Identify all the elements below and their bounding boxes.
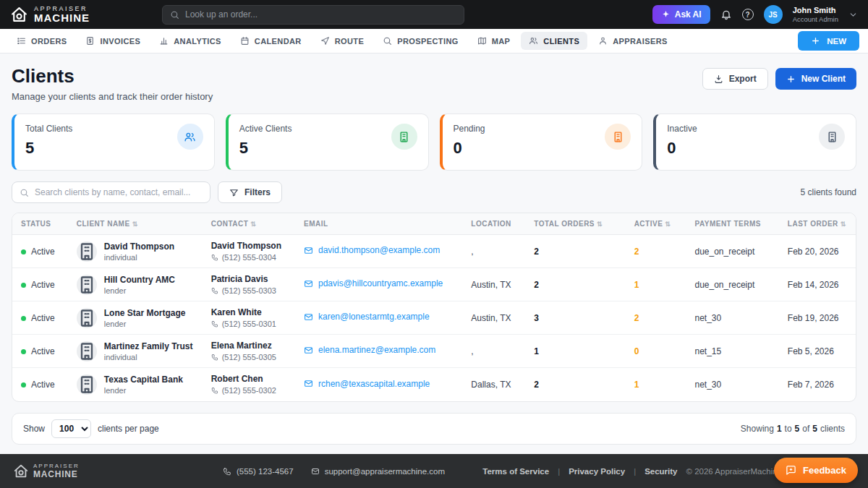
app-logo[interactable]: APPRAISER MACHINE	[10, 6, 162, 24]
column-header-contact[interactable]: Contact⇅	[203, 213, 295, 235]
sort-icon: ⇅	[665, 221, 671, 228]
column-header-email: Email	[295, 213, 462, 235]
total-orders-cell: 2	[525, 368, 625, 401]
sparkle-icon	[661, 10, 671, 20]
envelope-icon	[304, 246, 313, 255]
phone-icon	[211, 320, 218, 328]
table-row[interactable]: ActiveHill Country AMClenderPatricia Dav…	[12, 268, 856, 301]
nav-item-appraisers[interactable]: APPRAISERS	[590, 32, 676, 50]
message-icon	[786, 465, 796, 476]
nav-item-label: CLIENTS	[543, 37, 579, 46]
email-link[interactable]: rchen@texascapital.example	[304, 379, 430, 389]
column-header-client-name[interactable]: Client Name⇅	[68, 213, 203, 235]
client-cell: Texas Capital Banklender	[68, 368, 203, 401]
phone-icon	[223, 467, 231, 476]
main-nav: ORDERSINVOICESANALYTICSCALENDARROUTEPROS…	[0, 29, 868, 53]
email-link[interactable]: karen@lonestarmtg.example	[304, 312, 430, 322]
stat-card-active-clients[interactable]: Active Clients5	[226, 114, 429, 171]
total-orders-cell: 2	[525, 268, 625, 301]
column-header-location: Location	[462, 213, 525, 235]
nav-item-clients[interactable]: CLIENTS	[521, 32, 587, 50]
footer-link-privacy-policy[interactable]: Privacy Policy	[569, 467, 625, 476]
status-cell: Active	[12, 268, 68, 301]
stat-card-total-clients[interactable]: Total Clients5	[12, 114, 215, 171]
user-menu[interactable]: John Smith Account Admin	[793, 6, 838, 24]
search-icon	[170, 10, 179, 20]
ask-ai-label: Ask AI	[675, 9, 702, 20]
contact-phone: (512) 555-0302	[211, 386, 286, 395]
footer-link-security[interactable]: Security	[644, 467, 677, 476]
table-body: ActiveDavid ThompsonindividualDavid Thom…	[12, 235, 856, 401]
email-link[interactable]: pdavis@hillcountryamc.example	[304, 278, 443, 288]
client-type: individual	[104, 253, 174, 262]
notifications-button[interactable]	[720, 9, 732, 20]
active-orders-cell: 2	[626, 235, 686, 268]
column-header-payment-terms: Payment Terms	[686, 213, 779, 235]
nav-item-label: INVOICES	[100, 37, 140, 46]
nav-item-prospecting[interactable]: PROSPECTING	[375, 32, 466, 50]
route-icon	[320, 36, 330, 46]
table-row[interactable]: ActiveMartinez Family TrustindividualEle…	[12, 335, 856, 368]
sort-icon: ⇅	[132, 221, 138, 228]
client-search-input[interactable]	[35, 187, 203, 197]
sort-icon: ⇅	[597, 221, 603, 228]
per-page-select[interactable]: 100	[51, 419, 91, 438]
avatar[interactable]: JS	[764, 5, 783, 24]
column-header-status: Status	[12, 213, 68, 235]
client-cell: David Thompsonindividual	[68, 235, 203, 268]
export-button[interactable]: Export	[702, 68, 768, 90]
column-header-last-order[interactable]: Last Order⇅	[779, 213, 856, 235]
active-orders-cell: 0	[626, 335, 686, 368]
download-icon	[714, 74, 723, 84]
status-dot	[21, 316, 26, 321]
email-link[interactable]: elena.martinez@example.com	[304, 345, 435, 355]
new-button[interactable]: NEW	[798, 31, 859, 51]
footer-link-terms-of-service[interactable]: Terms of Service	[482, 467, 549, 476]
nav-item-label: CALENDAR	[255, 37, 302, 46]
brand-line2: MACHINE	[34, 12, 90, 23]
column-header-total-orders[interactable]: Total Orders⇅	[525, 213, 625, 235]
nav-item-route[interactable]: ROUTE	[312, 32, 373, 50]
table-row[interactable]: ActiveTexas Capital BanklenderRobert Che…	[12, 368, 856, 401]
footer-logo: APPRAISER MACHINE	[13, 463, 158, 479]
nav-item-calendar[interactable]: CALENDAR	[232, 32, 310, 50]
footer-link-separator: |	[634, 467, 636, 476]
feedback-button[interactable]: Feedback	[774, 458, 858, 483]
contact-phone: (512) 555-0303	[211, 286, 286, 295]
table-row[interactable]: ActiveLone Star MortgagelenderKaren Whit…	[12, 301, 856, 335]
help-button[interactable]: ?	[742, 9, 754, 20]
envelope-icon	[304, 379, 313, 388]
chevron-down-icon[interactable]	[848, 10, 858, 20]
nav-item-label: ROUTE	[335, 37, 365, 46]
footer: APPRAISER MACHINE (555) 123-4567 support…	[0, 454, 868, 488]
email-link[interactable]: david.thompson@example.com	[304, 245, 440, 255]
client-type: lender	[104, 286, 175, 295]
stat-value: 0	[454, 139, 485, 158]
export-label: Export	[729, 74, 757, 84]
nav-item-map[interactable]: MAP	[469, 32, 519, 50]
contact-name: David Thompson	[211, 241, 286, 251]
footer-email[interactable]: support@appraisermachine.com	[311, 467, 445, 476]
envelope-icon	[304, 279, 313, 288]
stat-card-inactive[interactable]: Inactive0	[653, 114, 856, 171]
help-icon: ?	[742, 9, 754, 20]
nav-item-invoices[interactable]: INVOICES	[77, 32, 148, 50]
phone-icon	[211, 287, 218, 294]
column-header-active[interactable]: Active⇅	[626, 213, 686, 235]
contact-name: Elena Martinez	[211, 341, 286, 351]
client-search[interactable]	[12, 181, 210, 203]
clients-icon	[529, 36, 538, 46]
status-cell: Active	[12, 301, 68, 335]
order-search-input[interactable]	[185, 9, 456, 20]
nav-item-orders[interactable]: ORDERS	[9, 32, 75, 50]
filters-button[interactable]: Filters	[218, 181, 282, 203]
nav-item-analytics[interactable]: ANALYTICS	[151, 32, 229, 50]
new-client-button[interactable]: New Client	[775, 68, 856, 90]
table-row[interactable]: ActiveDavid ThompsonindividualDavid Thom…	[12, 235, 856, 268]
contact-cell: Robert Chen(512) 555-0302	[203, 368, 295, 401]
stat-card-pending[interactable]: Pending0	[440, 114, 643, 171]
showing-summary: Showing 1 to 5 of 5 clients	[741, 424, 845, 434]
order-search[interactable]	[162, 5, 464, 25]
ask-ai-button[interactable]: Ask AI	[652, 5, 710, 24]
nav-item-label: PROSPECTING	[397, 37, 458, 46]
